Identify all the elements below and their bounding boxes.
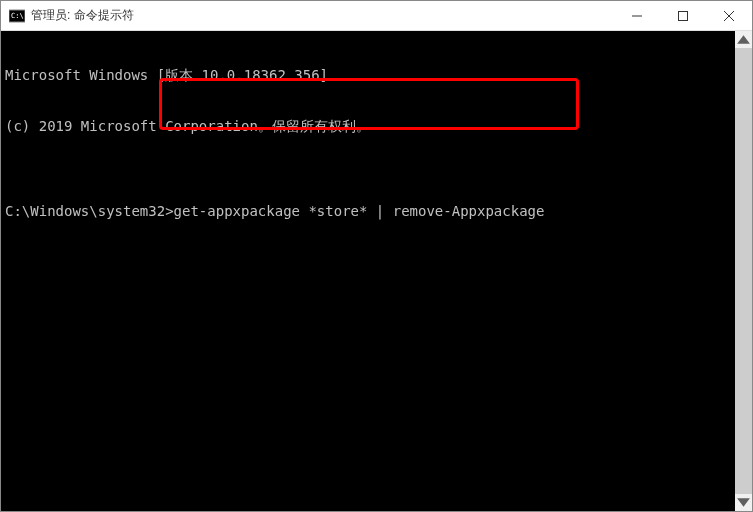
terminal-prompt: C:\Windows\system32> xyxy=(5,203,174,219)
scrollbar-thumb[interactable] xyxy=(735,48,752,494)
maximize-button[interactable] xyxy=(660,1,706,30)
terminal-prompt-line: C:\Windows\system32>get-appxpackage *sto… xyxy=(5,203,748,220)
terminal-line: Microsoft Windows [版本 10.0.18362.356] xyxy=(5,67,748,84)
scrollbar-track[interactable] xyxy=(735,48,752,494)
close-button[interactable] xyxy=(706,1,752,30)
command-prompt-window: C:\ 管理员: 命令提示符 Microsoft Windows [版本 10.… xyxy=(1,1,752,511)
titlebar[interactable]: C:\ 管理员: 命令提示符 xyxy=(1,1,752,31)
minimize-button[interactable] xyxy=(614,1,660,30)
titlebar-text: 管理员: 命令提示符 xyxy=(31,7,614,24)
scrollbar-down-arrow-icon[interactable] xyxy=(735,494,752,511)
terminal-command: get-appxpackage *store* | remove-Appxpac… xyxy=(174,203,545,219)
svg-marker-6 xyxy=(737,35,750,44)
scrollbar-up-arrow-icon[interactable] xyxy=(735,31,752,48)
svg-text:C:\: C:\ xyxy=(11,12,24,20)
terminal-content: Microsoft Windows [版本 10.0.18362.356] (c… xyxy=(1,31,752,256)
cmd-icon: C:\ xyxy=(9,8,25,24)
terminal-area[interactable]: Microsoft Windows [版本 10.0.18362.356] (c… xyxy=(1,31,752,511)
window-controls xyxy=(614,1,752,30)
terminal-line: (c) 2019 Microsoft Corporation。保留所有权利。 xyxy=(5,118,748,135)
svg-rect-3 xyxy=(679,11,688,20)
svg-marker-7 xyxy=(737,498,750,507)
scrollbar-vertical[interactable] xyxy=(735,31,752,511)
